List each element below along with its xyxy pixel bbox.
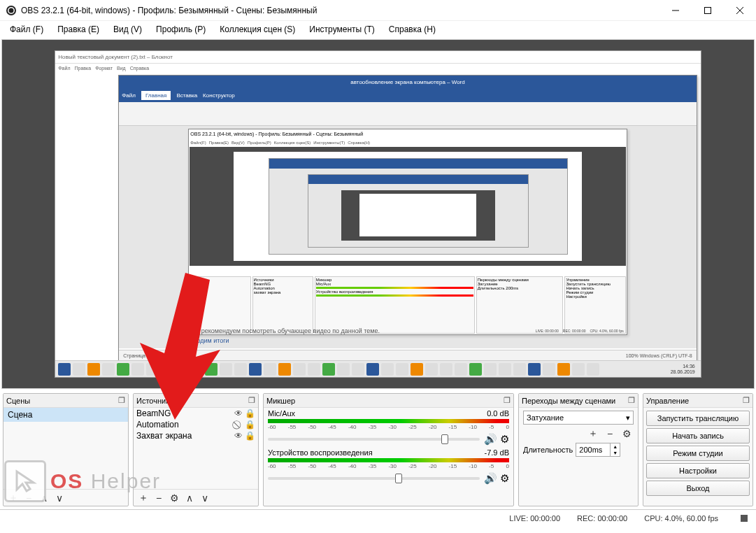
gear-icon[interactable]: ⚙	[500, 433, 509, 446]
volume-slider[interactable]	[268, 477, 480, 480]
source-item[interactable]: Automation ⃠ 🔒	[134, 419, 258, 430]
lock-icon[interactable]: 🔒	[244, 420, 255, 429]
speaker-icon[interactable]: 🔊	[484, 433, 497, 446]
control-button[interactable]: Начать запись	[646, 428, 750, 443]
source-add-button[interactable]: ＋	[136, 492, 150, 504]
lock-icon[interactable]: 🔒	[244, 408, 255, 418]
transition-settings-button[interactable]: ⚙	[620, 427, 634, 440]
visibility-icon[interactable]: ⃠	[233, 420, 244, 429]
control-button[interactable]: Выход	[646, 481, 750, 496]
close-button[interactable]	[724, 0, 756, 21]
obs-icon	[6, 5, 17, 16]
menu-scene-collection[interactable]: Коллекция сцен (S)	[214, 23, 301, 36]
visibility-icon[interactable]: 👁	[233, 408, 244, 418]
status-indicator-icon	[741, 515, 748, 522]
transitions-panel: Переходы между сценами❐ Затухание▾ ＋ − ⚙…	[518, 393, 639, 506]
mixer-panel: Микшер❐ Mic/Aux0.0 dB -60-55-50-45-40-35…	[263, 393, 514, 506]
menu-file[interactable]: Файл (F)	[4, 23, 49, 36]
chevron-down-icon: ▾	[626, 413, 630, 422]
transition-select[interactable]: Затухание▾	[523, 411, 634, 425]
maximize-button[interactable]	[692, 0, 724, 21]
window-title: OBS 23.2.1 (64-bit, windows) - Профиль: …	[21, 6, 659, 15]
duration-spinner[interactable]: ▲▼	[576, 443, 620, 457]
controls-panel: Управление❐ Запустить трансляциюНачать з…	[643, 393, 753, 506]
mixer-channel: Mic/Aux0.0 dB -60-55-50-45-40-35-30-25-2…	[264, 408, 513, 447]
menu-view[interactable]: Вид (V)	[108, 23, 148, 36]
undock-icon[interactable]: ❐	[743, 396, 750, 405]
menu-profile[interactable]: Профиль (P)	[150, 23, 211, 36]
svg-point-2	[9, 8, 14, 13]
nested-notepad-menu: ФайлПравкаФорматВидСправка	[55, 64, 701, 73]
audio-meter	[268, 458, 509, 462]
source-up-button[interactable]: ∧	[183, 492, 197, 504]
volume-slider[interactable]	[268, 438, 480, 441]
scene-remove-button[interactable]: −	[22, 492, 36, 504]
nested-word-window: автообновление экрана компьютера – Word …	[118, 75, 697, 362]
menubar: Файл (F) Правка (E) Вид (V) Профиль (P) …	[0, 21, 756, 38]
scenes-list[interactable]: Сцена	[3, 408, 128, 489]
minimize-button[interactable]	[659, 0, 692, 21]
status-live: LIVE: 00:00:00	[509, 514, 560, 523]
sources-title: Источники	[136, 397, 173, 405]
sources-list[interactable]: BeamNG 👁 🔒Automation ⃠ 🔒Захват экрана 👁 …	[134, 408, 258, 489]
transitions-title: Переходы между сценами	[522, 397, 615, 405]
menu-edit[interactable]: Правка (E)	[52, 23, 105, 36]
duration-label: Длительность	[523, 446, 573, 454]
spin-down-icon[interactable]: ▼	[611, 450, 620, 456]
status-rec: REC: 00:00:00	[577, 514, 627, 523]
status-cpu: CPU: 4.0%, 60.00 fps	[644, 514, 718, 523]
nested-taskbar: 14:36 28.06.2019	[55, 360, 701, 377]
transition-add-button[interactable]: ＋	[586, 427, 600, 440]
source-down-button[interactable]: ∨	[198, 492, 212, 504]
source-remove-button[interactable]: −	[152, 492, 166, 504]
undock-icon[interactable]: ❐	[504, 396, 511, 405]
undock-icon[interactable]: ❐	[628, 396, 635, 405]
sources-panel: Источники❐ BeamNG 👁 🔒Automation ⃠ 🔒Захва…	[133, 393, 259, 506]
channel-db: -7.9 dB	[485, 448, 509, 457]
undock-icon[interactable]: ❐	[248, 396, 255, 405]
preview-capture: Новый текстовый документ (2).txt – Блокн…	[55, 50, 701, 378]
source-item[interactable]: Захват экрана 👁 🔒	[134, 430, 258, 441]
scene-up-button[interactable]: ∧	[37, 492, 51, 504]
mixer-channel: Устройство воспроизведения-7.9 dB -60-55…	[264, 447, 513, 486]
scenes-panel: Сцены❐ Сцена ＋ − ∧ ∨	[3, 393, 129, 506]
lock-icon[interactable]: 🔒	[244, 431, 255, 441]
controls-title: Управление	[646, 397, 689, 405]
source-settings-button[interactable]: ⚙	[167, 492, 181, 504]
control-button[interactable]: Настройки	[646, 463, 750, 478]
control-button[interactable]: Запустить трансляцию	[646, 411, 750, 426]
svg-rect-4	[705, 7, 711, 13]
preview-area[interactable]: Новый текстовый документ (2).txt – Блокн…	[1, 39, 755, 389]
statusbar: LIVE: 00:00:00 REC: 00:00:00 CPU: 4.0%, …	[0, 509, 756, 526]
visibility-icon[interactable]: 👁	[233, 431, 244, 441]
channel-name: Устройство воспроизведения	[268, 448, 485, 457]
nested-obs-window: OBS 23.2.1 (64-bit, windows) - Профиль: …	[188, 129, 627, 335]
channel-name: Mic/Aux	[268, 409, 487, 418]
scene-down-button[interactable]: ∨	[52, 492, 66, 504]
transition-remove-button[interactable]: −	[603, 427, 617, 440]
speaker-icon[interactable]: 🔊	[484, 472, 497, 485]
gear-icon[interactable]: ⚙	[500, 472, 509, 485]
spin-up-icon[interactable]: ▲	[611, 443, 620, 450]
undock-icon[interactable]: ❐	[118, 396, 125, 405]
audio-meter	[268, 419, 509, 423]
scene-add-button[interactable]: ＋	[6, 492, 20, 504]
source-item[interactable]: BeamNG 👁 🔒	[134, 408, 258, 419]
menu-tools[interactable]: Инструменты (T)	[304, 23, 380, 36]
duration-input[interactable]	[576, 443, 610, 456]
nested-notepad-title: Новый текстовый документ (2).txt – Блокн…	[55, 51, 701, 64]
titlebar: OBS 23.2.1 (64-bit, windows) - Профиль: …	[0, 0, 756, 21]
mixer-title: Микшер	[266, 397, 295, 405]
control-button[interactable]: Режим студии	[646, 446, 750, 461]
channel-db: 0.0 dB	[487, 409, 509, 418]
scene-item[interactable]: Сцена	[3, 408, 128, 422]
scenes-title: Сцены	[6, 397, 30, 405]
menu-help[interactable]: Справка (H)	[383, 23, 441, 36]
